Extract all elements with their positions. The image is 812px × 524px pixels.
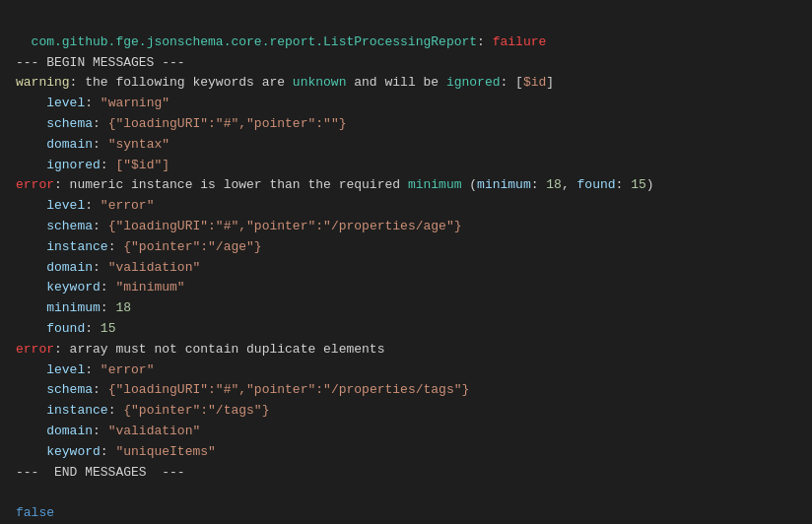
error1-text2: ( bbox=[461, 177, 477, 192]
instance-error2-val: {"pointer":"/tags"} bbox=[123, 403, 269, 418]
domain-key-1: domain bbox=[46, 137, 93, 152]
colon-13: : bbox=[93, 382, 108, 397]
ignored-word: ignored bbox=[446, 75, 501, 90]
level-key-1: level bbox=[46, 96, 85, 110]
colon-9: : bbox=[101, 280, 116, 295]
class-name: com.github.fge.jsonschema.core.report.Li… bbox=[32, 34, 477, 49]
level-error-val: "error" bbox=[101, 198, 155, 213]
colon-14: : bbox=[108, 403, 124, 418]
warning-text2: and will be bbox=[346, 75, 445, 90]
colon-7: : bbox=[108, 239, 124, 254]
error2-text: : array must not contain duplicate eleme… bbox=[54, 342, 384, 357]
colon-12: : bbox=[85, 362, 101, 377]
keyword-key-1: keyword bbox=[46, 280, 101, 295]
colon-10: : bbox=[101, 300, 116, 315]
minimum-field-key: minimum bbox=[46, 300, 101, 315]
end-messages: --- END MESSAGES --- bbox=[16, 465, 185, 480]
error1-label: error bbox=[16, 177, 54, 192]
unknown-word: unknown bbox=[293, 75, 347, 90]
domain-validation-val2: "validation" bbox=[108, 424, 201, 438]
colon-16: : bbox=[101, 444, 116, 459]
found-val: 15 bbox=[631, 177, 646, 192]
colon-11: : bbox=[85, 321, 101, 336]
minimum-keyword: minimum bbox=[408, 177, 462, 192]
colon-2: : bbox=[93, 116, 108, 131]
colon-1: : bbox=[85, 96, 101, 110]
domain-key-3: domain bbox=[46, 424, 93, 438]
schema-error1-val: {"loadingURI":"#","pointer":"/properties… bbox=[108, 219, 462, 233]
schema-key-3: schema bbox=[46, 382, 93, 397]
schema-key-2: schema bbox=[46, 219, 93, 233]
colon-6: : bbox=[93, 219, 108, 233]
level-error-val2: "error" bbox=[101, 362, 155, 377]
found-key: found bbox=[577, 177, 616, 192]
minimum-colon: : bbox=[531, 177, 547, 192]
error1-close: ) bbox=[646, 177, 654, 192]
domain-validation-val1: "validation" bbox=[108, 260, 201, 275]
minimum-label: minimum bbox=[477, 177, 531, 192]
schema-warning-val: {"loadingURI":"#","pointer":""} bbox=[108, 116, 347, 131]
schema-error2-val: {"loadingURI":"#","pointer":"/properties… bbox=[108, 382, 470, 397]
status-failure: failure bbox=[493, 34, 547, 49]
schema-key-1: schema bbox=[46, 116, 93, 131]
found-colon: : bbox=[616, 177, 632, 192]
warning-text4: ] bbox=[546, 75, 554, 90]
colon-15: : bbox=[93, 424, 108, 438]
colon-5: : bbox=[85, 198, 101, 213]
found-field-key: found bbox=[46, 321, 85, 336]
colon-3: : bbox=[93, 137, 108, 152]
result-false: false bbox=[16, 505, 54, 520]
begin-messages: --- BEGIN MESSAGES --- bbox=[16, 55, 185, 70]
keyword-unique-val: "uniqueItems" bbox=[115, 444, 215, 459]
warning-text1: : the following keywords are bbox=[70, 75, 293, 90]
level-key-2: level bbox=[46, 198, 85, 213]
domain-syntax-val: "syntax" bbox=[108, 137, 169, 152]
domain-key-2: domain bbox=[46, 260, 93, 275]
instance-key-2: instance bbox=[46, 403, 107, 418]
level-warning-val: "warning" bbox=[101, 96, 169, 110]
found-label: , bbox=[562, 177, 577, 192]
found-field-val: 15 bbox=[101, 321, 116, 336]
ignored-val: ["$id"] bbox=[115, 158, 169, 172]
instance-key-1: instance bbox=[46, 239, 107, 254]
instance-error1-val: {"pointer":"/age"} bbox=[123, 239, 261, 254]
output-block: com.github.fge.jsonschema.core.report.Li… bbox=[16, 12, 796, 524]
colon-4: : bbox=[101, 158, 116, 172]
error2-label: error bbox=[16, 342, 54, 357]
minimum-field-val: 18 bbox=[115, 300, 131, 315]
warning-id: $id bbox=[523, 75, 546, 90]
minimum-val: 18 bbox=[546, 177, 562, 192]
keyword-key-2: keyword bbox=[46, 444, 101, 459]
separator1: : bbox=[477, 34, 493, 49]
keyword-minimum-val: "minimum" bbox=[115, 280, 184, 295]
error1-text: : numeric instance is lower than the req… bbox=[54, 177, 408, 192]
warning-label: warning bbox=[16, 75, 70, 90]
colon-8: : bbox=[93, 260, 108, 275]
level-key-3: level bbox=[46, 362, 85, 377]
warning-text3: : [ bbox=[501, 75, 523, 90]
ignored-key: ignored bbox=[46, 158, 101, 172]
